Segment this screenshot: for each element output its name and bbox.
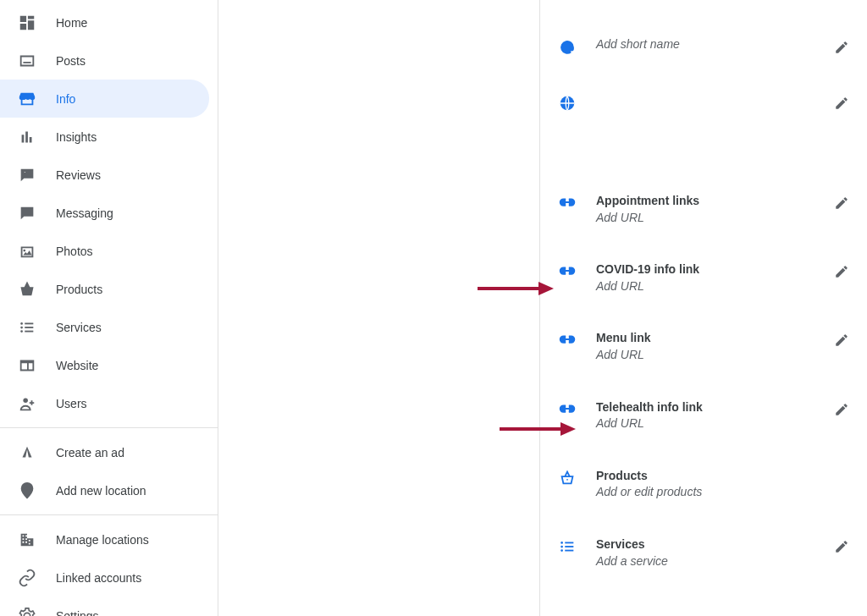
link-icon <box>557 399 577 420</box>
svg-rect-14 <box>565 546 573 547</box>
sidebar-item-services[interactable]: Services <box>0 308 209 346</box>
basket-icon <box>17 279 37 300</box>
sidebar-item-label: Messaging <box>56 206 113 220</box>
sidebar-item-label: Home <box>56 16 87 30</box>
location-add-icon <box>17 481 37 501</box>
web-icon <box>17 355 37 376</box>
svg-point-1 <box>20 322 23 325</box>
svg-rect-12 <box>565 542 573 543</box>
info-row-short-name: Add short name <box>540 25 867 81</box>
sidebar-item-label: Reviews <box>56 168 101 182</box>
link-icon <box>557 193 577 213</box>
sidebar-item-photos[interactable]: Photos <box>0 232 209 270</box>
divider <box>0 427 218 428</box>
sidebar-item-label: Users <box>56 397 87 410</box>
edit-button[interactable] <box>831 37 852 58</box>
link-icon <box>17 568 37 588</box>
svg-rect-4 <box>25 327 33 328</box>
svg-point-10 <box>566 479 568 481</box>
globe-icon <box>557 93 577 113</box>
sidebar-item-manage-locations[interactable]: Manage locations <box>0 520 209 558</box>
posts-icon <box>17 51 37 71</box>
reviews-icon <box>17 165 37 185</box>
services-title: Services <box>596 536 850 553</box>
info-row-covid: COVID-19 info link Add URL <box>540 250 867 318</box>
storefront-icon <box>17 89 37 109</box>
services-sub: Add a service <box>596 553 850 570</box>
short-name-placeholder: Add short name <box>596 37 850 51</box>
sidebar-item-add-location[interactable]: Add new location <box>0 471 209 509</box>
info-row-products: Products Add or edit products <box>540 456 867 525</box>
menu-sub: Add URL <box>596 347 850 364</box>
link-icon <box>557 330 577 350</box>
sidebar-item-label: Website <box>56 359 98 372</box>
products-title: Products <box>596 468 850 485</box>
edit-button[interactable] <box>831 93 852 113</box>
sidebar-item-reviews[interactable]: Reviews <box>0 156 209 194</box>
person-add-icon <box>17 393 37 414</box>
photos-icon <box>17 241 37 261</box>
sidebar-item-website[interactable]: Website <box>0 346 209 384</box>
info-row-appointment: Appointment links Add URL <box>540 181 867 250</box>
svg-marker-20 <box>561 422 576 436</box>
appointment-sub: Add URL <box>596 210 850 227</box>
sidebar-item-posts[interactable]: Posts <box>0 41 209 80</box>
business-icon <box>17 530 37 550</box>
appointment-title: Appointment links <box>596 193 850 210</box>
sidebar-item-users[interactable]: Users <box>0 384 209 422</box>
edit-button[interactable] <box>831 330 852 350</box>
link-icon <box>557 261 577 282</box>
sidebar-item-products[interactable]: Products <box>0 270 209 308</box>
sidebar-item-settings[interactable]: Settings <box>0 597 209 616</box>
svg-point-5 <box>20 330 23 333</box>
svg-rect-2 <box>25 322 33 324</box>
gear-icon <box>17 606 37 617</box>
svg-point-3 <box>20 326 23 328</box>
sidebar-item-label: Photos <box>56 245 93 258</box>
sidebar-item-label: Products <box>56 283 102 296</box>
at-icon <box>557 37 577 58</box>
sidebar-item-insights[interactable]: Insights <box>0 118 209 156</box>
sidebar-item-label: Create an ad <box>56 446 124 459</box>
svg-point-0 <box>26 289 28 291</box>
info-panel: Add short name Appointment links Add URL… <box>540 0 867 616</box>
menu-title: Menu link <box>596 330 850 347</box>
info-row-services: Services Add a service <box>540 525 867 593</box>
edit-button[interactable] <box>831 261 852 282</box>
info-row-globe <box>540 81 867 181</box>
edit-button[interactable] <box>831 536 852 557</box>
info-row-menu: Menu link Add URL <box>540 318 867 387</box>
info-row-telehealth: Telehealth info link Add URL <box>540 388 867 456</box>
sidebar-item-label: Info <box>56 92 75 106</box>
edit-button[interactable] <box>831 399 852 420</box>
edit-button[interactable] <box>831 193 852 213</box>
sidebar-item-label: Manage locations <box>56 533 149 547</box>
sidebar-item-label: Insights <box>56 130 97 144</box>
sidebar-item-create-ad[interactable]: Create an ad <box>0 433 209 471</box>
sidebar-item-label: Add new location <box>56 484 146 498</box>
sidebar-item-linked-accounts[interactable]: Linked accounts <box>0 558 209 597</box>
telehealth-title: Telehealth info link <box>596 399 850 416</box>
sidebar-item-label: Linked accounts <box>56 571 141 585</box>
sidebar-item-home[interactable]: Home <box>0 3 209 41</box>
svg-point-15 <box>561 549 563 552</box>
svg-rect-16 <box>565 550 573 552</box>
covid-title: COVID-19 info link <box>596 261 850 278</box>
products-sub: Add or edit products <box>596 484 850 501</box>
middle-pane <box>218 0 540 616</box>
basket-icon <box>557 468 577 488</box>
annotation-arrow <box>500 421 576 437</box>
list-icon <box>17 317 37 338</box>
list-icon <box>557 536 577 557</box>
dashboard-icon <box>17 13 37 33</box>
sidebar-item-label: Services <box>56 321 102 334</box>
covid-sub: Add URL <box>596 278 850 295</box>
sidebar-item-info[interactable]: Info <box>0 80 209 118</box>
svg-point-11 <box>561 542 563 544</box>
ad-icon <box>17 443 37 463</box>
annotation-arrow <box>478 280 554 297</box>
divider <box>0 514 218 515</box>
chart-icon <box>17 127 37 147</box>
telehealth-sub: Add URL <box>596 415 850 432</box>
sidebar-item-messaging[interactable]: Messaging <box>0 194 209 232</box>
